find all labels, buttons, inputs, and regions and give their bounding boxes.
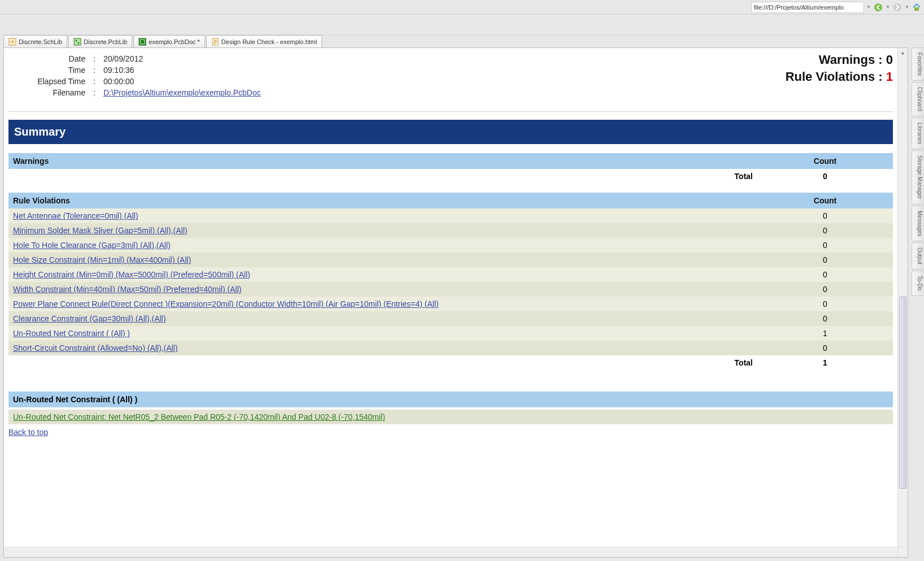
meta-date-value: 20/09/2012 bbox=[100, 54, 264, 64]
rule-link[interactable]: Minimum Solder Mask Sliver (Gap=5mil) (A… bbox=[13, 226, 187, 235]
meta-filename-label: Filename bbox=[10, 88, 89, 98]
tab-label: Design Rule Check - exemplo.html bbox=[222, 38, 317, 45]
url-dropdown-caret-icon[interactable]: ▼ bbox=[866, 2, 871, 12]
violation-detail-heading: Un-Routed Net Constraint ( (All) ) bbox=[8, 392, 893, 407]
horizontal-scrollbar[interactable] bbox=[4, 547, 897, 557]
stat-rv-label: Rule Violations : bbox=[786, 69, 883, 84]
svg-rect-3 bbox=[916, 8, 917, 11]
svg-point-0 bbox=[874, 3, 882, 11]
rule-count: 1 bbox=[757, 326, 893, 341]
side-tab-todo[interactable]: To-Do bbox=[912, 271, 924, 296]
svg-rect-9 bbox=[212, 38, 218, 45]
nav-forward-caret-icon: ▼ bbox=[905, 2, 909, 12]
warnings-total-label: Total bbox=[8, 169, 757, 184]
warnings-table: Warnings Count Total 0 bbox=[8, 153, 893, 184]
back-to-top-link[interactable]: Back to top bbox=[8, 428, 48, 437]
rule-count: 0 bbox=[757, 311, 893, 326]
side-panel-tabs: Favorites Clipboard Libraries Storage Ma… bbox=[912, 47, 924, 296]
nav-back-caret-icon[interactable]: ▼ bbox=[886, 2, 890, 12]
rule-link[interactable]: Power Plane Connect Rule(Direct Connect … bbox=[13, 299, 439, 308]
svg-point-1 bbox=[893, 3, 901, 11]
side-tab-favorites[interactable]: Favorites bbox=[912, 47, 924, 81]
scroll-thumb[interactable] bbox=[899, 297, 906, 489]
nav-forward-button bbox=[892, 2, 903, 12]
rule-count: 0 bbox=[757, 253, 893, 267]
rule-count: 0 bbox=[757, 282, 893, 297]
tab-drc-report[interactable]: Design Rule Check - exemplo.html bbox=[206, 35, 322, 47]
rule-link[interactable]: Width Constraint (Min=40mil) (Max=50mil)… bbox=[13, 285, 241, 294]
rule-count: 0 bbox=[757, 341, 893, 355]
rule-link[interactable]: Short-Circuit Constraint (Allowed=No) (A… bbox=[13, 343, 177, 353]
side-tab-messages[interactable]: Messages bbox=[912, 206, 924, 242]
svg-rect-5 bbox=[74, 38, 81, 45]
rule-count: 0 bbox=[757, 297, 893, 311]
rules-heading: Rule Violations bbox=[8, 193, 757, 208]
rule-link[interactable]: Hole Size Constraint (Min=1mil) (Max=400… bbox=[13, 255, 191, 264]
stat-block: Warnings : 0 Rule Violations : 1 bbox=[786, 53, 893, 99]
rule-count: 0 bbox=[757, 267, 893, 282]
meta-date-label: Date bbox=[10, 54, 89, 64]
pcblib-file-icon bbox=[73, 38, 81, 46]
rule-count: 0 bbox=[757, 223, 893, 238]
nav-back-button[interactable] bbox=[873, 2, 883, 12]
tab-discrete-pcblib[interactable]: Discrete.PcbLib bbox=[68, 35, 132, 47]
summary-heading: Summary bbox=[8, 120, 893, 144]
address-bar: ▼ ▼ ▼ bbox=[0, 0, 924, 15]
viewport: Date : 20/09/2012 Time : 09:10:36 Elapse… bbox=[3, 47, 908, 558]
meta-filename-link[interactable]: D:\Projetos\Altium\exemplo\exemplo.PcbDo… bbox=[103, 88, 261, 97]
meta-time-label: Time bbox=[10, 65, 89, 75]
meta-elapsed-label: Elapsed Time bbox=[10, 76, 89, 86]
warnings-heading: Warnings bbox=[8, 153, 757, 169]
tab-label: Discrete.PcbLib bbox=[84, 38, 127, 45]
violation-detail-row: Un-Routed Net Constraint: Net NetR05_2 B… bbox=[8, 410, 893, 424]
meta-elapsed-value: 00:00:00 bbox=[100, 76, 264, 86]
rule-link[interactable]: Un-Routed Net Constraint ( (All) ) bbox=[13, 329, 130, 338]
html-file-icon bbox=[211, 38, 219, 46]
meta-time-value: 09:10:36 bbox=[100, 65, 264, 75]
stat-warnings-label: Warnings : bbox=[819, 53, 883, 67]
rules-total-value: 1 bbox=[757, 355, 893, 370]
tab-label: exemplo.PcbDoc * bbox=[149, 38, 200, 45]
stat-warnings-value: 0 bbox=[886, 53, 893, 67]
violation-item-link[interactable]: Un-Routed Net Constraint: Net NetR05_2 B… bbox=[13, 412, 385, 421]
rule-link[interactable]: Clearance Constraint (Gap=30mil) (All),(… bbox=[13, 314, 166, 323]
rule-link[interactable]: Hole To Hole Clearance (Gap=3mil) (All),… bbox=[13, 241, 171, 250]
side-tab-output[interactable]: Output bbox=[912, 242, 924, 269]
rule-count: 0 bbox=[757, 208, 893, 223]
url-input[interactable] bbox=[751, 2, 864, 13]
rule-link[interactable]: Net Antennae (Tolerance=0mil) (All) bbox=[13, 211, 138, 220]
pcb-file-icon bbox=[138, 38, 146, 46]
divider bbox=[8, 111, 893, 112]
rules-count-heading: Count bbox=[757, 193, 893, 208]
warnings-total-value: 0 bbox=[757, 169, 893, 184]
tab-label: Discrete.SchLib bbox=[19, 38, 62, 45]
stat-rv-value: 1 bbox=[886, 69, 893, 84]
rule-link[interactable]: Height Constraint (Min=0mil) (Max=5000mi… bbox=[13, 270, 250, 279]
rule-violations-table: Rule Violations Count Net Antennae (Tole… bbox=[8, 193, 893, 370]
tab-discrete-schlib[interactable]: Discrete.SchLib bbox=[3, 35, 67, 47]
tab-exemplo-pcbdoc[interactable]: exemplo.PcbDoc * bbox=[133, 35, 205, 47]
rule-count: 0 bbox=[757, 238, 893, 253]
warnings-count-heading: Count bbox=[757, 153, 893, 169]
document-tab-bar: Discrete.SchLib Discrete.PcbLib exemplo.… bbox=[3, 35, 322, 47]
side-tab-libraries[interactable]: Libraries bbox=[912, 118, 924, 149]
svg-point-7 bbox=[78, 42, 80, 44]
report-content: Date : 20/09/2012 Time : 09:10:36 Elapse… bbox=[4, 48, 897, 547]
sch-file-icon bbox=[8, 38, 16, 46]
vertical-scrollbar[interactable]: ▴ bbox=[897, 48, 908, 547]
svg-point-6 bbox=[76, 40, 77, 41]
side-tab-storage-manager[interactable]: Storage Manager bbox=[912, 150, 924, 204]
scroll-corner bbox=[897, 547, 908, 557]
scroll-up-icon[interactable]: ▴ bbox=[898, 48, 908, 57]
meta-table: Date : 20/09/2012 Time : 09:10:36 Elapse… bbox=[8, 53, 265, 99]
side-tab-clipboard[interactable]: Clipboard bbox=[912, 82, 924, 116]
home-icon[interactable] bbox=[912, 2, 922, 12]
rules-total-label: Total bbox=[8, 355, 757, 370]
toolbar-strip bbox=[0, 15, 924, 35]
